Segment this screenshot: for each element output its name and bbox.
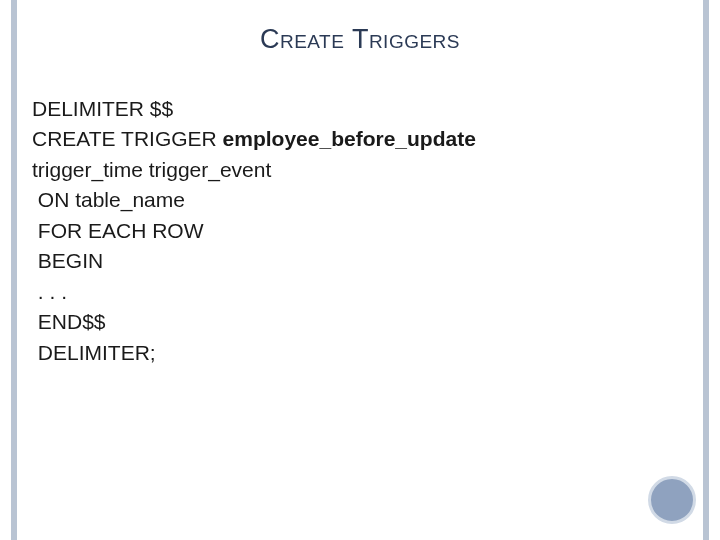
code-line: . . . (32, 277, 476, 307)
trigger-name: employee_before_update (223, 127, 476, 150)
code-line: DELIMITER $$ (32, 94, 476, 124)
code-line: DELIMITER; (32, 338, 476, 368)
code-line: BEGIN (32, 246, 476, 276)
left-accent-bar (11, 0, 17, 540)
slide-title: Create Triggers (0, 24, 720, 55)
decorative-circle-icon (648, 476, 696, 524)
right-accent-bar (703, 0, 709, 540)
code-line: FOR EACH ROW (32, 216, 476, 246)
code-line: CREATE TRIGGER employee_before_update (32, 124, 476, 154)
code-line: END$$ (32, 307, 476, 337)
code-text: CREATE TRIGGER (32, 127, 223, 150)
code-line: ON table_name (32, 185, 476, 215)
code-block: DELIMITER $$ CREATE TRIGGER employee_bef… (32, 94, 516, 368)
code-line: trigger_time trigger_event (32, 155, 476, 185)
